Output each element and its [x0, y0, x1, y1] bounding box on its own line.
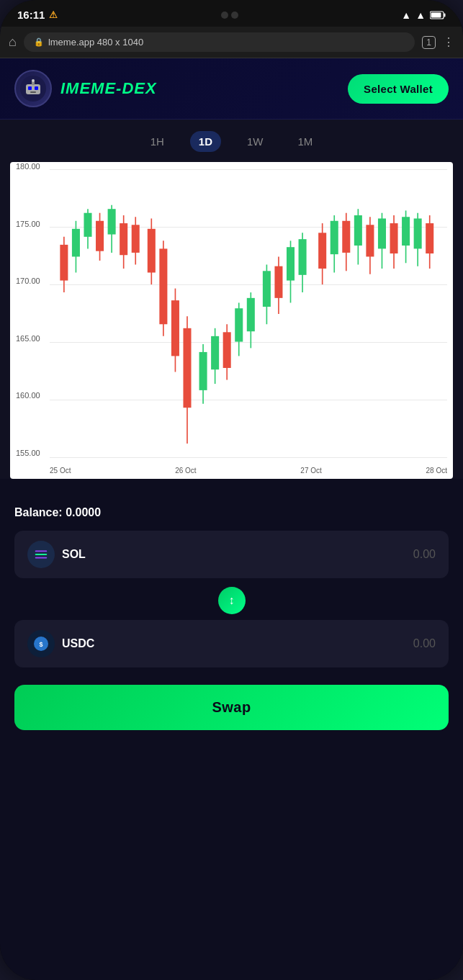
tab-1d[interactable]: 1D	[190, 131, 221, 152]
svg-rect-43	[263, 271, 271, 307]
svg-text:$: $	[39, 641, 42, 648]
time-tabs: 1H 1D 1W 1M	[0, 131, 463, 162]
svg-rect-6	[35, 86, 38, 90]
chart-container: 180.00 175.00 170.00 165.00 160.00 155.0…	[10, 162, 453, 479]
status-left: 16:11 ⚠	[17, 9, 58, 21]
svg-rect-27	[159, 248, 167, 324]
sol-icon	[27, 541, 55, 568]
y-label-155: 155.00	[16, 449, 40, 457]
swap-arrow-icon: ↕	[229, 594, 235, 607]
browser-address-bar[interactable]: 🔒 lmeme.app 480 x 1040	[24, 32, 415, 52]
svg-rect-65	[402, 217, 410, 246]
app-content: IMEME-DEX Select Wallet 1H 1D 1W 1M 180.…	[0, 58, 463, 980]
y-label-160: 160.00	[16, 391, 40, 400]
tab-count-icon[interactable]: 1	[422, 36, 436, 49]
y-label-180: 180.00	[16, 162, 40, 171]
browser-bar: ⌂ 🔒 lmeme.app 480 x 1040 1 ⋮	[0, 27, 463, 58]
usdc-amount: 0.00	[413, 637, 436, 650]
balance-label: Balance: 0.0000	[14, 506, 449, 519]
svg-rect-19	[108, 209, 116, 234]
swap-direction-button[interactable]: ↕	[218, 587, 246, 614]
y-label-175: 175.00	[16, 220, 40, 228]
sol-token-selector[interactable]: SOL	[27, 541, 86, 568]
svg-rect-13	[72, 229, 80, 257]
select-wallet-button[interactable]: Select Wallet	[348, 74, 449, 104]
y-label-165: 165.00	[16, 334, 40, 343]
menu-icon[interactable]: ⋮	[443, 35, 454, 49]
time-display: 16:11	[17, 9, 45, 21]
x-label-27oct: 27 Oct	[300, 467, 321, 475]
logo-section: IMEME-DEX	[14, 70, 157, 107]
svg-point-9	[32, 79, 35, 82]
token-to-row[interactable]: $ USDC 0.00	[14, 620, 449, 667]
swap-button[interactable]: Swap	[14, 685, 449, 730]
svg-rect-1	[444, 13, 446, 17]
tab-1h[interactable]: 1H	[142, 131, 173, 152]
svg-rect-61	[378, 218, 386, 248]
sol-amount: 0.00	[413, 548, 436, 561]
svg-rect-45	[274, 266, 282, 298]
y-axis: 180.00 175.00 170.00 165.00 160.00 155.0…	[16, 162, 40, 457]
usdc-token-selector[interactable]: $ USDC	[27, 630, 94, 657]
status-center	[221, 12, 238, 19]
sol-token-name: SOL	[62, 548, 86, 561]
sol-logo-svg	[33, 547, 49, 562]
tab-1w[interactable]: 1W	[238, 131, 272, 152]
x-label-28oct: 28 Oct	[426, 467, 447, 475]
usdc-icon: $	[27, 630, 55, 657]
svg-rect-33	[199, 352, 207, 390]
svg-rect-51	[318, 233, 326, 269]
svg-rect-57	[354, 215, 362, 246]
svg-rect-35	[211, 336, 219, 369]
token-from-row[interactable]: SOL 0.00	[14, 531, 449, 578]
svg-rect-47	[287, 247, 295, 280]
candlestick-chart	[50, 169, 447, 472]
tab-1m[interactable]: 1M	[289, 131, 322, 152]
camera-dot	[221, 12, 228, 19]
svg-rect-59	[366, 225, 374, 256]
svg-rect-55	[342, 221, 350, 253]
phone-screen: 16:11 ⚠ ▲ ▲ ⌂ 🔒 lmeme.app	[0, 0, 463, 980]
robot-icon	[19, 74, 48, 103]
svg-rect-49	[299, 239, 307, 275]
svg-rect-39	[235, 308, 243, 341]
svg-rect-69	[426, 223, 433, 253]
svg-rect-37	[223, 332, 231, 368]
svg-rect-23	[132, 225, 140, 253]
chart-section: 1H 1D 1W 1M 180.00 175.00 170.00 165.00 …	[0, 120, 463, 479]
svg-rect-41	[247, 298, 255, 331]
svg-rect-21	[120, 223, 127, 255]
battery-icon	[430, 11, 446, 19]
svg-rect-17	[96, 221, 104, 251]
x-label-25oct: 25 Oct	[50, 467, 71, 475]
svg-rect-29	[171, 300, 179, 356]
lock-icon: 🔒	[34, 37, 44, 47]
svg-rect-2	[431, 12, 441, 17]
app-header: IMEME-DEX Select Wallet	[0, 58, 463, 120]
usdc-logo-svg: $	[32, 635, 50, 652]
status-right: ▲ ▲	[401, 9, 446, 21]
signal-icon: ▲	[415, 9, 426, 21]
svg-rect-67	[414, 218, 422, 248]
svg-rect-7	[30, 91, 36, 93]
chart-inner: 180.00 175.00 170.00 165.00 160.00 155.0…	[10, 162, 453, 479]
balance-section: Balance: 0.0000 SOL 0.00	[0, 489, 463, 742]
svg-rect-15	[84, 213, 91, 237]
app-logo-text: IMEME-DEX	[60, 79, 157, 98]
camera-dot-2	[231, 12, 238, 19]
logo-avatar	[14, 70, 52, 107]
status-bar: 16:11 ⚠ ▲ ▲	[0, 0, 463, 27]
x-axis: 25 Oct 26 Oct 27 Oct 28 Oct	[50, 467, 447, 475]
warning-icon: ⚠	[49, 9, 58, 20]
browser-url-text: lmeme.app 480 x 1040	[48, 37, 143, 48]
wifi-icon: ▲	[401, 9, 411, 21]
svg-rect-63	[390, 223, 398, 253]
svg-rect-25	[148, 229, 156, 273]
svg-rect-11	[60, 245, 68, 281]
home-icon[interactable]: ⌂	[9, 35, 17, 50]
swap-arrow-container: ↕	[14, 581, 449, 620]
x-label-26oct: 26 Oct	[175, 467, 196, 475]
y-label-170: 170.00	[16, 277, 40, 285]
svg-rect-53	[331, 221, 338, 254]
svg-rect-5	[28, 86, 32, 90]
